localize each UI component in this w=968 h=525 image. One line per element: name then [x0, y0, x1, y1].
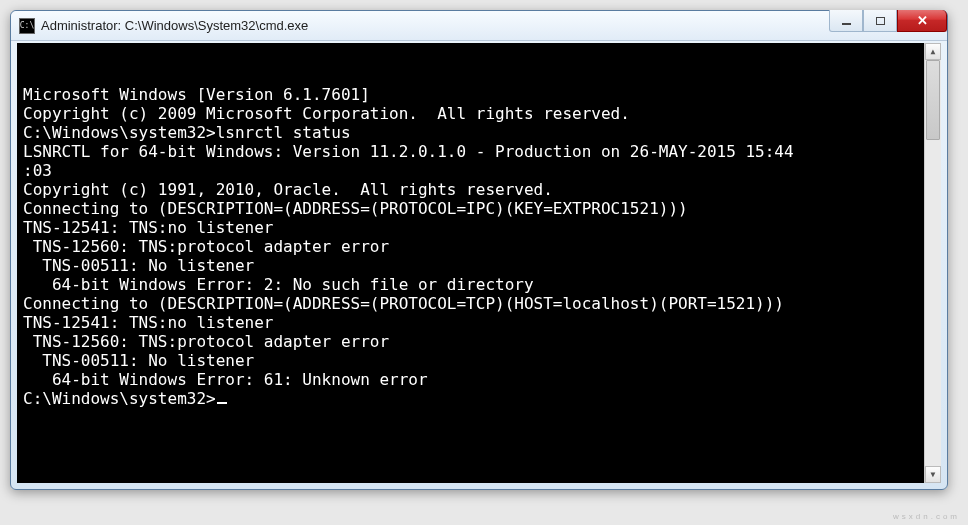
- vertical-scrollbar[interactable]: ▲ ▼: [924, 43, 941, 483]
- close-button[interactable]: ✕: [897, 10, 947, 32]
- maximize-button[interactable]: [863, 10, 897, 32]
- terminal-line: TNS-00511: No listener: [23, 256, 935, 275]
- watermark: wsxdn.com: [893, 512, 960, 521]
- terminal-line: TNS-12541: TNS:no listener: [23, 313, 935, 332]
- close-icon: ✕: [917, 13, 928, 28]
- maximize-icon: [876, 17, 885, 25]
- terminal-line: 64-bit Windows Error: 61: Unknown error: [23, 370, 935, 389]
- terminal-line: Copyright (c) 1991, 2010, Oracle. All ri…: [23, 180, 935, 199]
- terminal-line: :03: [23, 161, 935, 180]
- minimize-button[interactable]: [829, 10, 863, 32]
- window-controls: ✕: [829, 11, 947, 40]
- terminal-line: TNS-12560: TNS:protocol adapter error: [23, 237, 935, 256]
- scroll-thumb[interactable]: [926, 60, 940, 140]
- terminal-line: LSNRCTL for 64-bit Windows: Version 11.2…: [23, 142, 935, 161]
- terminal-line: Connecting to (DESCRIPTION=(ADDRESS=(PRO…: [23, 199, 935, 218]
- terminal-line: TNS-12560: TNS:protocol adapter error: [23, 332, 935, 351]
- scroll-down-button[interactable]: ▼: [925, 466, 941, 483]
- minimize-icon: [842, 23, 851, 25]
- titlebar[interactable]: C:\ Administrator: C:\Windows\System32\c…: [11, 11, 947, 41]
- terminal-line: Microsoft Windows [Version 6.1.7601]: [23, 85, 935, 104]
- scroll-track[interactable]: [925, 60, 941, 466]
- app-icon: C:\: [19, 18, 35, 34]
- scroll-up-button[interactable]: ▲: [925, 43, 941, 60]
- terminal-output[interactable]: Microsoft Windows [Version 6.1.7601]Copy…: [17, 43, 941, 483]
- window-title: Administrator: C:\Windows\System32\cmd.e…: [41, 18, 829, 33]
- terminal-line: TNS-00511: No listener: [23, 351, 935, 370]
- terminal-line: C:\Windows\system32>lsnrctl status: [23, 123, 935, 142]
- terminal-line: C:\Windows\system32>: [23, 389, 935, 408]
- terminal-line: 64-bit Windows Error: 2: No such file or…: [23, 275, 935, 294]
- terminal-line: TNS-12541: TNS:no listener: [23, 218, 935, 237]
- cmd-window: C:\ Administrator: C:\Windows\System32\c…: [10, 10, 948, 490]
- cursor: [217, 402, 227, 404]
- terminal-line: Connecting to (DESCRIPTION=(ADDRESS=(PRO…: [23, 294, 935, 313]
- terminal-line: Copyright (c) 2009 Microsoft Corporation…: [23, 104, 935, 123]
- watermark-sub: wsxdn.com: [893, 512, 960, 521]
